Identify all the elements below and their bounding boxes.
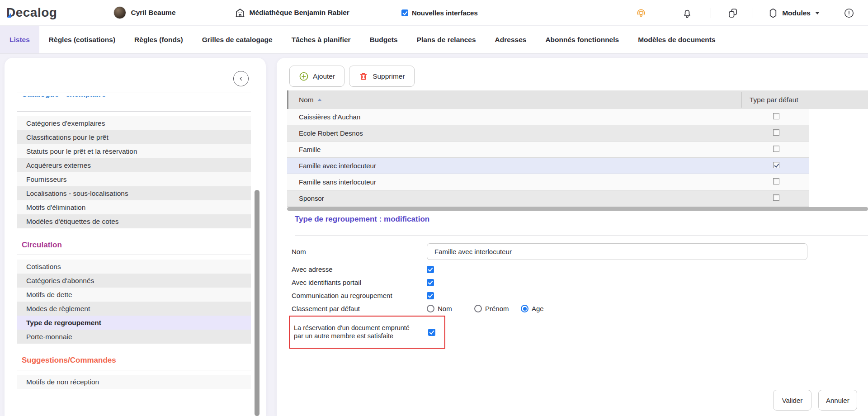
table-row[interactable]: Famille [287,142,809,158]
sidebar-item-modes-reglement[interactable]: Modes de règlement [17,302,251,316]
table-horizontal-scrollbar[interactable] [287,207,868,211]
logo-text: Decalog [6,5,57,19]
sidebar-item-statuts-pret-reservation[interactable]: Statuts pour le prêt et la réservation [17,144,251,158]
sidebar-item-porte-monnaie[interactable]: Porte-monnaie [17,330,251,344]
section-heading-catalogue-cropped: Catalogue - exemplaire [17,96,251,108]
chevron-left-icon [237,75,245,82]
communication-checkbox[interactable] [427,292,434,299]
radio-age[interactable] [521,305,528,312]
row-name: Famille [299,146,321,153]
divider [17,370,251,370]
tab-taches-planifier[interactable]: Tâches à planifier [282,26,360,53]
broadcast-icon[interactable] [636,8,646,19]
sidebar-item-motifs-elimination[interactable]: Motifs d'élimination [17,200,251,214]
sidebar-vertical-scrollbar[interactable] [255,190,259,416]
form-row-identifiants-portail: Avec identifiants portail [292,279,434,286]
library-selector[interactable]: Médiathèque Benjamin Rabier [235,7,349,18]
trash-icon [359,71,368,81]
validate-button[interactable]: Valider [773,390,811,411]
identifiants-portail-label: Avec identifiants portail [292,279,427,286]
sidebar-item-acquereurs-externes[interactable]: Acquéreurs externes [17,158,251,172]
table-row[interactable]: Caissières d'Auchan [287,109,809,125]
sidebar-item-motifs-dette[interactable]: Motifs de dette [17,288,251,302]
table-toolbar: Ajouter Supprimer [289,66,415,87]
type-default-checkbox[interactable] [773,129,779,136]
avec-adresse-checkbox[interactable] [427,266,434,273]
sidebar-item-categories-exemplaires[interactable]: Catégories d'exemplaires [17,116,251,130]
tab-plans-relances[interactable]: Plans de relances [407,26,486,53]
communication-label: Communication au regroupement [292,292,427,299]
table-row[interactable]: Famille avec interlocuteur [287,158,809,174]
modules-menu[interactable]: Modules [768,8,820,19]
section-heading-circulation: Circulation [17,241,251,250]
classement-label: Classement par défaut [292,305,427,312]
bell-icon[interactable] [682,8,693,19]
sidebar-item-motifs-non-reception[interactable]: Motifs de non réception [17,375,251,389]
sidebar-item-categories-abonnes[interactable]: Catégories d'abonnés [17,274,251,288]
sidebar-item-modeles-etiquettes[interactable]: Modèles d'étiquettes de cotes [17,214,251,228]
tab-budgets[interactable]: Budgets [360,26,407,53]
row-name: Famille sans interlocuteur [299,178,376,186]
decalog-logo[interactable]: Decalog [6,5,57,20]
type-default-checkbox[interactable] [773,113,779,119]
radio-option-prenom[interactable]: Prénom [474,305,521,312]
divider [17,255,251,255]
modules-label: Modules [782,9,811,17]
table-header: Nom Type par défaut [287,90,868,109]
reservation-checkbox[interactable] [428,329,435,336]
table-row[interactable]: Sponsor [287,190,809,207]
info-icon[interactable] [844,8,854,19]
new-interfaces-toggle[interactable]: Nouvelles interfaces [401,9,478,17]
type-default-checkbox[interactable] [773,194,779,201]
user-name[interactable]: Cyril Beaume [131,9,175,17]
divider [295,235,868,236]
catalogue-list: Catégories d'exemplaires Classifications… [17,116,251,228]
sidebar-item-classifications-pret[interactable]: Classifications pour le prêt [17,130,251,144]
tab-regles-cotisations[interactable]: Règles (cotisations) [39,26,125,53]
plus-circle-icon [299,71,309,81]
identifiants-portail-checkbox[interactable] [427,279,434,286]
main-panel: Ajouter Supprimer Nom Type par défaut Ca… [277,58,868,416]
library-name: Médiathèque Benjamin Rabier [250,9,349,17]
divider [753,8,753,18]
tab-modeles-documents[interactable]: Modèles de documents [628,26,725,53]
sidebar-item-localisations[interactable]: Localisations - sous-localisations [17,186,251,200]
add-button[interactable]: Ajouter [289,66,344,87]
sidebar-item-type-regroupement[interactable]: Type de regroupement [17,316,251,330]
type-default-checkbox[interactable] [773,162,779,168]
tab-regles-fonds[interactable]: Règles (fonds) [125,26,193,53]
sidebar-collapse-button[interactable] [233,71,249,86]
chevron-down-icon [815,12,820,14]
table-row[interactable]: Ecole Robert Desnos [287,125,809,142]
pages-icon[interactable] [727,8,738,19]
user-avatar[interactable] [113,6,126,19]
tab-listes[interactable]: Listes [0,26,39,53]
radio-nom[interactable] [427,305,434,312]
new-interfaces-checkbox[interactable] [401,9,408,16]
sidebar-item-fournisseurs[interactable]: Fournisseurs [17,172,251,186]
tab-grilles-catalogage[interactable]: Grilles de catalogage [193,26,282,53]
table-body: Caissières d'Auchan Ecole Robert Desnos … [287,109,809,207]
tab-adresses[interactable]: Adresses [486,26,536,53]
tab-abonnes-fonctionnels[interactable]: Abonnés fonctionnels [536,26,628,53]
nom-input[interactable] [427,243,807,260]
radio-prenom[interactable] [474,305,482,312]
column-header-type-par-defaut[interactable]: Type par défaut [750,96,798,104]
divider [711,8,711,18]
type-default-checkbox[interactable] [773,146,779,152]
top-right-icons: Modules [636,0,868,26]
modules-icon [768,8,778,19]
table-row[interactable]: Famille sans interlocuteur [287,174,809,190]
sidebar-item-cotisations[interactable]: Cotisations [17,260,251,274]
delete-button[interactable]: Supprimer [349,66,415,87]
cancel-button[interactable]: Annuler [818,390,857,411]
radio-option-nom[interactable]: Nom [427,305,474,312]
radio-option-age[interactable]: Age [521,305,544,312]
divider [17,93,251,93]
delete-button-label: Supprimer [373,72,405,80]
type-default-checkbox[interactable] [773,178,779,184]
section-heading-suggestions: Suggestions/Commandes [17,356,251,365]
column-header-nom[interactable]: Nom [287,96,322,104]
form-row-nom: Nom [292,243,807,260]
circulation-list: Cotisations Catégories d'abonnés Motifs … [17,260,251,344]
